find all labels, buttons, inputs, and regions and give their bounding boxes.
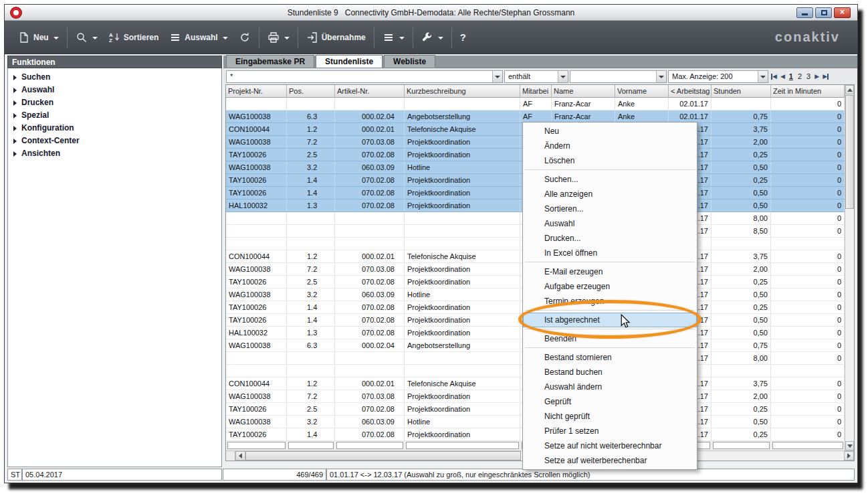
vertical-scrollbar-thumb[interactable] [845,95,854,209]
context-menu-item[interactable]: Setze auf weiterberechenbar [523,453,697,468]
context-menu-item[interactable]: Drucken... [523,231,697,246]
import-arrow-icon [306,31,318,44]
last-page-button[interactable]: ▶ [823,73,829,80]
table-cell: 000.02.01 [335,123,405,135]
table-cell [771,238,845,250]
context-menu-separator [523,346,697,350]
context-menu-item[interactable]: Bestand stornieren [523,350,697,365]
close-button[interactable]: × [834,7,851,18]
sidebar-item[interactable]: Drucken [8,96,221,109]
search-button[interactable] [70,27,103,48]
next-page-button[interactable]: ▶ [815,73,819,80]
table-cell [226,225,287,237]
column-header[interactable]: Artikel-Nr. [335,85,405,98]
page-number[interactable]: 2 [797,72,802,80]
tab[interactable]: Stundenliste [316,55,383,68]
maximize-button[interactable] [815,7,832,18]
totals-cell [771,441,845,450]
table-cell: WAG100038 [226,416,287,428]
chevron-down-icon [92,37,98,39]
tab[interactable]: Eingabemaske PR [226,55,314,68]
column-header[interactable]: Kurzbeschreibung [405,85,520,98]
sidebar-item[interactable]: Context-Center [8,135,221,147]
vertical-scrollbar[interactable] [845,85,854,450]
column-header[interactable]: < Arbeitstag [669,85,712,98]
first-page-button[interactable]: ◀ [771,73,777,80]
table-cell [287,98,335,110]
title-bar[interactable]: Stundenliste 9 Connectivity GmbH-Demodat… [5,5,857,21]
context-menu-item[interactable]: Auswahl [523,216,697,231]
minimize-button[interactable] [796,7,813,18]
context-menu-item[interactable]: Termin erzeugen [523,294,697,309]
context-menu-item[interactable]: Löschen [523,153,697,168]
table-cell: 0 [771,161,845,173]
tab[interactable]: Webliste [384,55,435,68]
sidebar-item[interactable]: Spezial [8,109,221,122]
table-cell: 0 [771,199,845,212]
context-menu-item[interactable]: Sortieren... [523,201,697,216]
sidebar-item[interactable]: Suchen [8,71,221,84]
context-menu-item[interactable]: Nicht geprüft [523,409,697,424]
table-cell: 000.02.04 [335,339,405,351]
minimize-icon [802,13,808,15]
prev-page-button[interactable]: ◀ [780,73,785,80]
sort-button[interactable]: AZ Sortieren [103,27,165,48]
dropdown-arrow-icon[interactable] [492,71,502,82]
new-button[interactable]: Neu [13,27,64,48]
context-menu-item[interactable]: Prüfer 1 setzen [523,424,697,438]
help-button[interactable]: ? [455,27,471,47]
column-header[interactable]: Name [552,85,615,98]
table-cell: 070.03.08 [335,136,405,148]
hamburger-menu-icon [383,31,395,44]
sidebar-item[interactable]: Konfiguration [8,122,221,135]
context-menu-item[interactable]: Setze auf nicht weiterberechnbar [523,438,697,453]
column-header[interactable]: Mitarbei [520,85,552,98]
filter-value-select[interactable] [570,70,667,83]
context-menu-item[interactable]: Ist abgerechnet [523,313,697,327]
scroll-down-button[interactable] [845,441,854,450]
column-header[interactable]: Stunden [712,85,771,98]
table-cell: 0 [771,225,845,237]
column-header[interactable]: Pos. [287,85,335,98]
page-number[interactable]: 1 [788,72,794,80]
scroll-up-button[interactable] [845,85,854,94]
context-menu-item[interactable]: Alle anzeigen [523,187,697,201]
selection-button[interactable]: Auswahl [164,27,233,48]
table-cell: 0,50 [712,327,771,339]
print-button[interactable] [262,27,295,48]
context-menu-item[interactable]: Ändern [523,139,697,153]
context-menu-item[interactable]: Geprüft [523,394,697,409]
context-menu-item[interactable]: Aufgabe erzeugen [523,279,697,294]
table-cell: 0,75 [712,339,771,351]
table-row[interactable]: AFFranz-AcarAnke02.01.170 [226,98,845,110]
scroll-left-button[interactable] [235,451,245,461]
context-menu-item[interactable]: Auswahl ändern [523,380,697,394]
filter-operator-select[interactable]: enthält [504,70,568,83]
context-menu-item[interactable]: E-Mail erzeugen [523,264,697,279]
column-header[interactable]: Vorname [615,85,669,98]
context-menu-item[interactable]: In Excel öffnen [523,246,697,260]
refresh-button[interactable] [233,27,256,48]
transfer-button[interactable]: Übernahme [301,27,371,48]
arrow-up-icon [847,88,853,92]
context-menu-item[interactable]: Neu [523,124,697,139]
context-menu-item[interactable]: Beenden [523,331,697,346]
max-display-select[interactable]: Max. Anzeige: 200 [668,70,768,83]
dropdown-arrow-icon[interactable] [758,71,768,82]
column-header[interactable]: Zeit in Minuten [771,85,845,98]
dropdown-arrow-icon[interactable] [558,71,568,82]
chevron-down-icon [399,37,405,39]
column-header[interactable]: Projekt-Nr. [226,85,287,98]
sidebar-item[interactable]: Ansichten [8,147,221,160]
sidebar-item[interactable]: Auswahl [8,84,221,96]
table-cell: 1.2 [287,123,335,135]
dropdown-arrow-icon[interactable] [656,71,666,82]
page-number[interactable]: 3 [806,72,811,80]
context-menu-item[interactable]: Suchen... [523,172,697,187]
tools-button[interactable] [416,27,449,48]
context-menu-item[interactable]: Bestand buchen [523,365,697,380]
horizontal-scrollbar-thumb[interactable] [245,451,521,461]
filter-pattern-select[interactable]: * [226,70,503,83]
scroll-right-button[interactable] [844,451,854,461]
menu-button[interactable] [377,27,410,48]
